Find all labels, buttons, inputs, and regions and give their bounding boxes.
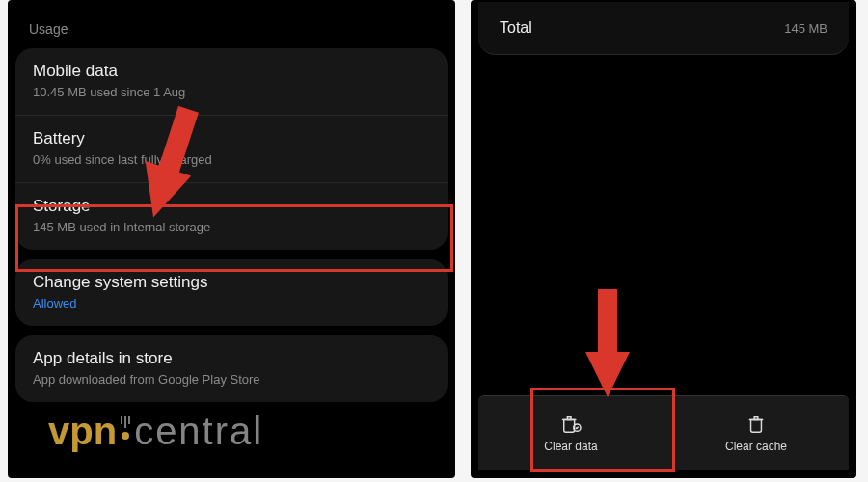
phone-screenshot-settings: Usage Mobile data 10.45 MB used since 1 …	[8, 0, 455, 478]
clear-cache-button[interactable]: Clear cache	[664, 396, 849, 470]
watermark-logo: vpn central	[48, 410, 263, 453]
permissions-card: Change system settings Allowed	[15, 259, 448, 326]
bottom-action-bar: Clear data Clear cache	[478, 395, 849, 470]
action-label: Clear cache	[725, 440, 787, 453]
row-title: Change system settings	[33, 273, 430, 292]
svg-marker-4	[585, 352, 630, 397]
trash-cache-icon	[746, 415, 766, 434]
row-app-details[interactable]: App details in store App downloaded from…	[15, 335, 448, 402]
row-mobile-data[interactable]: Mobile data 10.45 MB used since 1 Aug	[15, 48, 448, 116]
watermark-separator-icon	[121, 416, 130, 440]
annotation-arrow-icon	[583, 289, 632, 400]
usage-card: Mobile data 10.45 MB used since 1 Aug Ba…	[15, 48, 448, 250]
svg-rect-3	[598, 289, 617, 357]
row-subtitle: Allowed	[33, 296, 430, 310]
phone-screenshot-storage: Total 145 MB Clear data Clear cache	[471, 0, 856, 478]
row-subtitle: App downloaded from Google Play Store	[33, 372, 430, 387]
row-title: Mobile data	[33, 62, 430, 81]
row-storage[interactable]: Storage 145 MB used in Internal storage	[15, 183, 448, 250]
row-battery[interactable]: Battery 0% used since last fully charged	[15, 116, 448, 183]
row-total: Total 145 MB	[478, 2, 849, 55]
section-label-usage: Usage	[10, 2, 453, 48]
row-subtitle: 10.45 MB used since 1 Aug	[33, 85, 430, 99]
store-card: App details in store App downloaded from…	[15, 335, 448, 402]
clear-data-button[interactable]: Clear data	[478, 396, 664, 470]
action-label: Clear data	[544, 440, 597, 453]
row-title: Battery	[33, 129, 430, 148]
total-label: Total	[500, 19, 532, 37]
total-value: 145 MB	[784, 21, 827, 36]
watermark-brand-part1: vpn	[48, 410, 117, 453]
row-title: App details in store	[33, 349, 430, 368]
trash-data-icon	[560, 415, 582, 434]
row-change-system-settings[interactable]: Change system settings Allowed	[15, 259, 448, 326]
row-subtitle: 145 MB used in Internal storage	[33, 220, 430, 234]
row-title: Storage	[33, 197, 430, 216]
watermark-brand-part2: central	[134, 410, 263, 453]
row-subtitle: 0% used since last fully charged	[33, 152, 430, 167]
